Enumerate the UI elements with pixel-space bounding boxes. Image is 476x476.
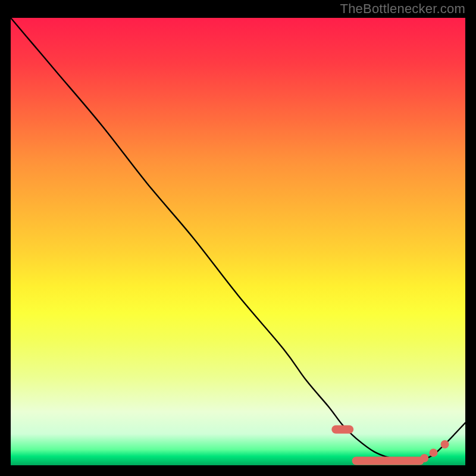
- plot-svg: [11, 18, 465, 465]
- marker-point: [430, 449, 438, 457]
- attribution-text: TheBottlenecker.com: [340, 1, 465, 17]
- chart-container: TheBottlenecker.com: [0, 0, 476, 476]
- marker-point: [441, 440, 449, 449]
- marker-point: [420, 454, 428, 462]
- bottleneck-curve: [11, 18, 465, 461]
- plot-area: [11, 18, 465, 465]
- data-markers: [336, 430, 449, 462]
